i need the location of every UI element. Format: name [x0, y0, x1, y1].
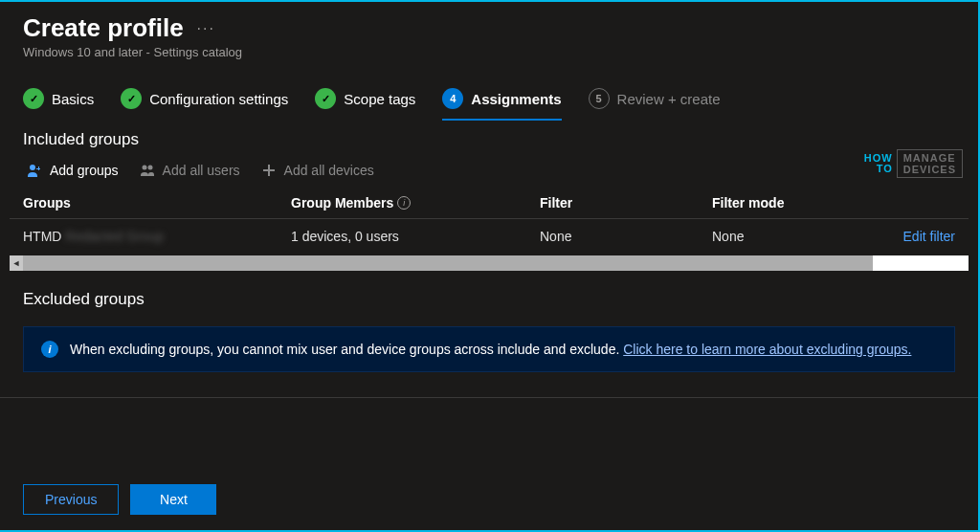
table-header: Groups Group Members i Filter Filter mod…: [10, 188, 969, 218]
step-number-icon: 4: [442, 88, 463, 109]
wizard-stepper: ✓ Basics ✓ Configuration settings ✓ Scop…: [0, 63, 978, 121]
scroll-thumb[interactable]: [23, 255, 873, 271]
filter-mode-cell: None: [712, 229, 856, 244]
table-row[interactable]: HTMD Redacted Group 1 devices, 0 users N…: [10, 218, 969, 254]
button-label: Add all devices: [284, 163, 374, 178]
excluded-groups-heading: Excluded groups: [0, 271, 978, 313]
col-members[interactable]: Group Members i: [291, 195, 540, 211]
step-number-icon: 5: [589, 88, 610, 109]
person-add-icon: [27, 163, 42, 178]
col-filter[interactable]: Filter: [540, 195, 712, 211]
step-scope-tags[interactable]: ✓ Scope tags: [315, 88, 415, 109]
footer-divider: [0, 397, 978, 398]
next-button[interactable]: Next: [130, 484, 216, 515]
info-icon: i: [41, 341, 58, 358]
banner-text: When excluding groups, you cannot mix us…: [70, 342, 623, 357]
svg-point-1: [142, 166, 146, 170]
previous-button[interactable]: Previous: [23, 484, 119, 515]
page-subtitle: Windows 10 and later - Settings catalog: [23, 45, 955, 59]
plus-icon: [261, 163, 277, 178]
toolbar: Add groups Add all users Add all devices…: [0, 153, 978, 188]
group-name-cell: HTMD Redacted Group: [23, 229, 291, 244]
svg-point-0: [30, 165, 35, 170]
svg-point-2: [147, 166, 152, 170]
scroll-left-icon[interactable]: ◄: [10, 256, 23, 270]
button-label: Add groups: [50, 163, 119, 178]
edit-filter-link[interactable]: Edit filter: [903, 229, 955, 244]
step-basics[interactable]: ✓ Basics: [23, 88, 94, 109]
horizontal-scrollbar[interactable]: ◄: [10, 255, 969, 271]
watermark-logo: HOW TO MANAGE DEVICES: [864, 149, 963, 178]
included-groups-heading: Included groups: [0, 121, 978, 153]
learn-more-link[interactable]: Click here to learn more about excluding…: [623, 342, 911, 357]
col-filter-mode[interactable]: Filter mode: [712, 195, 856, 211]
page-title: Create profile: [23, 13, 184, 43]
add-groups-button[interactable]: Add groups: [27, 163, 119, 178]
filter-cell: None: [540, 229, 712, 244]
step-assignments[interactable]: 4 Assignments: [442, 88, 561, 121]
footer-buttons: Previous Next: [0, 469, 239, 530]
add-all-users-button[interactable]: Add all users: [140, 163, 240, 178]
group-members-cell: 1 devices, 0 users: [291, 229, 540, 244]
exclude-info-banner: i When excluding groups, you cannot mix …: [23, 326, 955, 372]
check-icon: ✓: [315, 88, 336, 109]
check-icon: ✓: [23, 88, 44, 109]
info-icon[interactable]: i: [397, 196, 411, 210]
check-icon: ✓: [121, 88, 142, 109]
button-label: Add all users: [163, 163, 240, 178]
col-groups[interactable]: Groups: [23, 195, 291, 211]
people-icon: [140, 163, 155, 178]
step-review-create[interactable]: 5 Review + create: [589, 88, 721, 109]
add-all-devices-button[interactable]: Add all devices: [261, 163, 374, 178]
more-options-icon[interactable]: ···: [197, 20, 215, 37]
step-config[interactable]: ✓ Configuration settings: [121, 88, 288, 109]
groups-table: Groups Group Members i Filter Filter mod…: [0, 188, 978, 254]
